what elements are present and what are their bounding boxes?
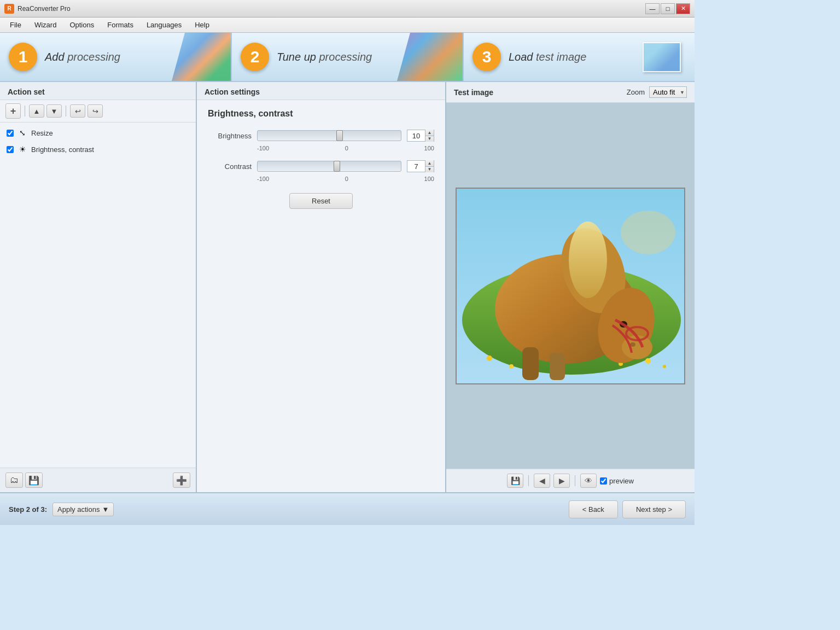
restore-button[interactable]: □ — [661, 3, 675, 14]
contrast-thumb[interactable] — [334, 161, 340, 172]
contrast-slider-container[interactable] — [257, 161, 401, 172]
menu-languages[interactable]: Languages — [141, 19, 187, 31]
preview-label: preview — [609, 477, 634, 485]
contrast-spinbox[interactable]: 7 ▲ ▼ — [407, 160, 434, 172]
preview-checkbox-group[interactable]: preview — [600, 477, 634, 485]
reset-row: Reset — [208, 193, 434, 209]
contrast-arrows: ▲ ▼ — [425, 160, 434, 172]
menu-options[interactable]: Options — [64, 19, 100, 31]
toolbar-separator-2 — [66, 106, 66, 116]
step-text: Step 2 of 3: — [9, 505, 47, 514]
menu-help[interactable]: Help — [189, 19, 215, 31]
svg-point-3 — [509, 364, 514, 369]
add-action-button[interactable]: + — [5, 103, 21, 119]
action-set-footer: 🗂 💾 ➕ — [0, 468, 196, 492]
import-button[interactable]: 🗂 — [5, 472, 23, 488]
contrast-row: Contrast 7 ▲ ▼ — [208, 160, 434, 172]
prev-image-button[interactable]: ◀ — [534, 474, 550, 488]
horse-svg — [457, 189, 685, 384]
brightness-up[interactable]: ▲ — [425, 130, 434, 136]
brightness-slider-container[interactable] — [257, 130, 401, 141]
contrast-label: Contrast — [208, 162, 252, 171]
step-1-panel[interactable]: 1 Add processing — [0, 33, 231, 81]
horse-image — [456, 188, 685, 384]
settings-title: Brightness, contrast — [208, 109, 434, 119]
action-settings-header: Action settings — [197, 82, 445, 100]
test-image-title: Test image — [454, 88, 493, 97]
brightness-track[interactable] — [257, 130, 401, 141]
step-2-number: 2 — [241, 43, 269, 71]
brightness-thumb[interactable] — [336, 130, 343, 141]
add-set-button[interactable]: ➕ — [173, 472, 190, 488]
contrast-scale: -100 0 100 — [257, 176, 434, 182]
step-1-number: 1 — [9, 43, 37, 71]
action-resize-label: Resize — [31, 129, 53, 137]
zoom-label: Zoom — [627, 88, 645, 96]
menu-wizard[interactable]: Wizard — [29, 19, 62, 31]
action-settings-panel: Action settings Brightness, contrast Bri… — [197, 82, 446, 492]
action-brightness-checkbox[interactable] — [7, 146, 14, 153]
step-3-panel[interactable]: 3 Load test image — [463, 33, 695, 81]
action-dropdown-label: Apply actions — [57, 505, 100, 514]
close-button[interactable]: ✕ — [676, 3, 690, 14]
action-set-panel: Action set + ▲ ▼ ↩ ↪ ⤡ Resize ☀ Brightne… — [0, 82, 197, 492]
brightness-min: -100 — [257, 145, 269, 151]
minimize-button[interactable]: — — [645, 3, 660, 14]
dropdown-icon: ▼ — [102, 505, 109, 514]
brightness-arrows: ▲ ▼ — [425, 130, 434, 142]
statusbar: Step 2 of 3: Apply actions ▼ < Back Next… — [0, 492, 695, 525]
eye-button[interactable]: 👁 — [580, 474, 597, 488]
step-2-label: Tune up processing — [277, 51, 372, 63]
footer-btn-group-left: 🗂 💾 — [5, 472, 43, 488]
contrast-value: 7 — [407, 162, 425, 171]
step-1-label: Add processing — [45, 51, 120, 63]
reset-button[interactable]: Reset — [289, 193, 353, 209]
mini-preview — [643, 42, 681, 72]
zoom-select[interactable]: Auto fit 25% 50% 100% — [649, 86, 687, 98]
move-up-button[interactable]: ▲ — [29, 104, 44, 118]
brightness-label: Brightness — [208, 132, 252, 140]
titlebar-left: R ReaConverter Pro — [4, 4, 71, 14]
svg-point-2 — [487, 355, 492, 361]
brightness-icon: ☀ — [17, 144, 28, 155]
undo-button[interactable]: ↩ — [70, 104, 85, 118]
menu-formats[interactable]: Formats — [102, 19, 139, 31]
step-1-art — [165, 33, 231, 81]
toolbar-separator-1 — [25, 106, 25, 116]
titlebar: R ReaConverter Pro — □ ✕ — [0, 0, 695, 18]
action-item-brightness[interactable]: ☀ Brightness, contrast — [2, 141, 194, 158]
contrast-track[interactable] — [257, 161, 401, 172]
action-item-resize[interactable]: ⤡ Resize — [2, 125, 194, 141]
save-image-button[interactable]: 💾 — [507, 474, 523, 488]
action-resize-checkbox[interactable] — [7, 130, 14, 137]
redo-button[interactable]: ↪ — [88, 104, 103, 118]
svg-point-6 — [645, 358, 651, 364]
contrast-max: 100 — [424, 176, 434, 182]
next-image-button[interactable]: ▶ — [553, 474, 570, 488]
menu-file[interactable]: File — [4, 19, 27, 31]
brightness-down[interactable]: ▼ — [425, 136, 434, 142]
app-icon: R — [4, 4, 14, 14]
export-button[interactable]: 💾 — [25, 472, 43, 488]
svg-point-11 — [569, 221, 607, 298]
contrast-down[interactable]: ▼ — [425, 167, 434, 173]
brightness-spinbox[interactable]: 10 ▲ ▼ — [407, 130, 434, 142]
status-buttons: < Back Next step > — [569, 500, 686, 518]
step-2-panel[interactable]: 2 Tune up processing — [231, 33, 463, 81]
preview-checkbox[interactable] — [600, 477, 607, 485]
contrast-up[interactable]: ▲ — [425, 160, 434, 167]
zoom-select-wrapper[interactable]: Auto fit 25% 50% 100% — [649, 86, 687, 98]
back-button[interactable]: < Back — [569, 500, 618, 518]
image-area — [446, 103, 695, 469]
next-button[interactable]: Next step > — [622, 500, 686, 518]
move-down-button[interactable]: ▼ — [46, 104, 62, 118]
svg-point-7 — [663, 365, 666, 368]
step-banner: 1 Add processing 2 Tune up processing 3 … — [0, 33, 695, 82]
action-dropdown[interactable]: Apply actions ▼ — [52, 503, 114, 516]
brightness-row: Brightness 10 ▲ ▼ — [208, 130, 434, 142]
action-brightness-label: Brightness, contrast — [31, 145, 94, 154]
footer-sep-1 — [528, 475, 529, 486]
footer-sep-2 — [575, 475, 575, 486]
main-content: Action set + ▲ ▼ ↩ ↪ ⤡ Resize ☀ Brightne… — [0, 82, 695, 492]
image-footer: 💾 ◀ ▶ 👁 preview — [446, 469, 695, 492]
